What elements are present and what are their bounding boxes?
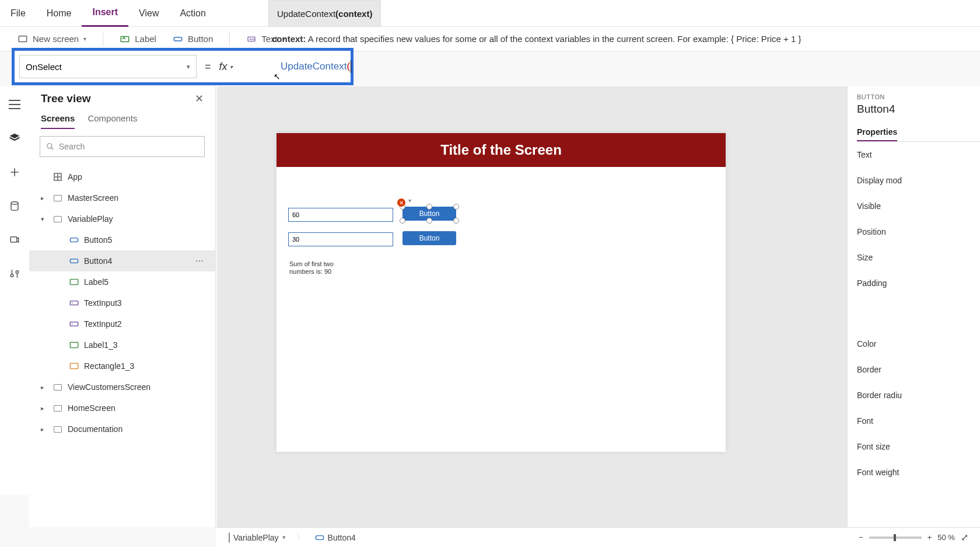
slider-thumb[interactable] [894, 534, 896, 541]
insert-rail-button[interactable] [7, 165, 22, 180]
hamburger-icon [9, 100, 20, 109]
tree-node-textinput2[interactable]: TextInput2 [29, 313, 215, 335]
search-placeholder: Search [59, 142, 85, 151]
svg-rect-11 [70, 301, 78, 305]
screen-icon [52, 193, 63, 203]
property-name: OnSelect [26, 62, 62, 72]
tree-search-input[interactable]: Search [40, 136, 205, 157]
tab-screens[interactable]: Screens [41, 113, 75, 129]
formula-bar-highlight: OnSelect ▾ = fx ▾ UpdateContext( ↖ [12, 48, 354, 85]
sum-line2: numbers is: 90 [289, 268, 334, 276]
insert-button-button[interactable]: Button [173, 34, 213, 44]
tree-node-variableplay[interactable]: ▾ VariablePlay [29, 208, 215, 229]
prop-font[interactable]: Font [857, 408, 980, 434]
prop-size[interactable]: Size [857, 245, 980, 270]
prop-fontweight[interactable]: Font weight [857, 459, 980, 485]
prop-position[interactable]: Position [857, 219, 980, 245]
textinput-icon [69, 298, 79, 308]
tree-node-masterscreen[interactable]: ▸ MasterScreen [29, 187, 215, 208]
tree-node-documentation[interactable]: ▸ Documentation [29, 419, 215, 440]
canvas-button-2[interactable]: Button [402, 231, 456, 245]
screen-icon [52, 403, 63, 413]
tree-node-homescreen[interactable]: ▸ HomeScreen [29, 398, 215, 419]
fullscreen-button[interactable]: ⤢ [961, 532, 968, 543]
tree-node-button4[interactable]: Button4 ⋯ [29, 250, 215, 271]
more-options-button[interactable]: ⋯ [195, 256, 205, 266]
divider [229, 32, 230, 46]
tab-components[interactable]: Components [88, 113, 137, 129]
canvas-area[interactable]: Title of the Screen Button ✕ ▾ Button Su… [217, 86, 847, 527]
advanced-rail-button[interactable] [7, 266, 22, 281]
prop-color[interactable]: Color [857, 331, 980, 357]
prop-displaymode[interactable]: Display mod [857, 168, 980, 193]
zoom-slider[interactable] [869, 536, 922, 539]
fx-label: fx [219, 61, 228, 73]
tree-node-label5[interactable]: Label5 [29, 271, 215, 292]
prop-visible[interactable]: Visible [857, 193, 980, 219]
menu-view[interactable]: View [128, 0, 169, 27]
text-icon: Abc [246, 34, 257, 44]
equals-sign: = [197, 61, 219, 73]
tools-icon [9, 268, 20, 280]
hint-param-label: context: [272, 34, 306, 44]
label-icon [120, 34, 130, 44]
expand-icon[interactable]: ▸ [41, 426, 48, 433]
expand-icon[interactable]: ▸ [41, 384, 48, 391]
app-canvas[interactable]: Title of the Screen Button ✕ ▾ Button Su… [276, 133, 726, 452]
canvas-textinput-2[interactable] [288, 232, 393, 246]
close-panel-button[interactable]: ✕ [195, 92, 204, 105]
prop-border[interactable]: Border [857, 357, 980, 382]
tree-label: Rectangle1_3 [84, 361, 134, 371]
canvas-sum-label: Sum of first two numbers is: 90 [289, 260, 334, 276]
tree-node-label1-3[interactable]: Label1_3 [29, 335, 215, 356]
insert-button-text: Button [188, 34, 213, 44]
property-selector[interactable]: OnSelect ▾ [19, 55, 197, 78]
tree-label: Label5 [84, 277, 108, 287]
treeview-rail-button[interactable] [7, 131, 22, 146]
insert-label-button[interactable]: Label [120, 34, 156, 44]
new-screen-label: New screen [33, 34, 79, 44]
chevron-down-icon[interactable]: ▾ [408, 197, 411, 204]
tree-node-app[interactable]: App [29, 166, 215, 187]
menu-file[interactable]: File [0, 0, 36, 27]
error-badge-icon[interactable]: ✕ [397, 198, 405, 207]
tree-label: VariablePlay [68, 214, 113, 224]
prop-fontsize[interactable]: Font size [857, 434, 980, 459]
divider [103, 32, 103, 46]
canvas-textinput-1[interactable] [288, 208, 393, 222]
tree-node-rectangle1-3[interactable]: Rectangle1_3 [29, 356, 215, 377]
selection-handles[interactable] [402, 207, 456, 221]
prop-text[interactable]: Text [857, 142, 980, 168]
menu-action[interactable]: Action [169, 0, 216, 27]
chevron-down-icon[interactable]: ▾ [282, 534, 286, 541]
prop-padding[interactable]: Padding [857, 270, 980, 296]
zoom-in-button[interactable]: + [928, 533, 932, 542]
svg-text:Abc: Abc [250, 37, 256, 41]
properties-tab[interactable]: Properties [857, 124, 897, 141]
button-icon [69, 256, 79, 266]
prop-borderradius[interactable]: Border radiu [857, 382, 980, 408]
left-rail [0, 86, 29, 495]
new-screen-button[interactable]: New screen ▾ [18, 34, 86, 44]
data-rail-button[interactable] [7, 198, 22, 214]
breadcrumb-control[interactable]: Button4 [310, 533, 360, 542]
breadcrumb-screen[interactable]: VariablePlay ▾ [224, 533, 290, 542]
tree-node-viewcustomers[interactable]: ▸ ViewCustomersScreen [29, 377, 215, 398]
tree-node-button5[interactable]: Button5 [29, 229, 215, 250]
control-kind-label: BUTTON [857, 93, 980, 100]
expand-icon[interactable]: ▸ [41, 405, 48, 412]
menu-insert[interactable]: Insert [82, 0, 128, 27]
textinput-icon [69, 319, 79, 329]
hamburger-button[interactable] [7, 97, 22, 112]
collapse-icon[interactable]: ▾ [41, 215, 48, 223]
database-icon [9, 200, 20, 212]
menu-home[interactable]: Home [36, 0, 82, 27]
formula-input[interactable]: UpdateContext( [281, 51, 351, 82]
tree-node-textinput3[interactable]: TextInput3 [29, 292, 215, 313]
expand-icon[interactable]: ▸ [41, 194, 48, 202]
formula-open-paren: ( [346, 61, 350, 72]
media-rail-button[interactable] [7, 232, 22, 248]
chevron-down-icon: ▾ [230, 64, 233, 70]
zoom-out-button[interactable]: − [859, 533, 863, 542]
fx-button[interactable]: fx ▾ [219, 61, 233, 73]
